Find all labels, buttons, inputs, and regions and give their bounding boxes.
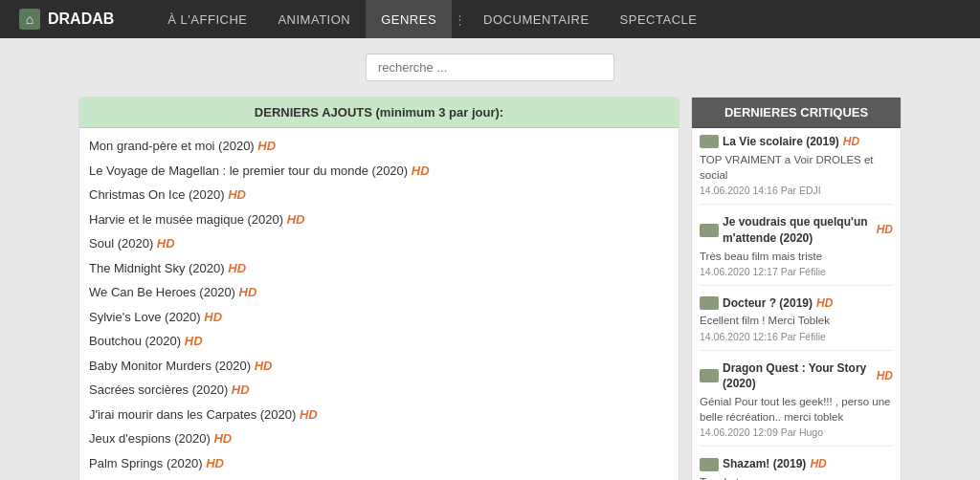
critique-list: La Vie scolaire (2019) HD TOP VRAIMENT a… xyxy=(692,128,901,480)
critique-item: Docteur ? (2019) HD Ecellent film ! Merc… xyxy=(700,295,893,351)
list-item[interactable]: Sacrées sorcières (2020) HD xyxy=(89,378,669,403)
hd-badge: HD xyxy=(157,236,175,251)
critique-title[interactable]: Shazam! (2019) HD xyxy=(700,456,893,472)
home-icon: ⌂ xyxy=(19,9,40,30)
critique-item: La Vie scolaire (2019) HD TOP VRAIMENT a… xyxy=(700,134,893,205)
brand-name: DRADAB xyxy=(48,11,114,28)
critique-title[interactable]: La Vie scolaire (2019) HD xyxy=(700,134,893,150)
film-thumbnail xyxy=(700,296,719,310)
hd-badge: HD xyxy=(239,285,257,299)
hd-badge: HD xyxy=(185,334,203,348)
nav-animation[interactable]: ANIMATION xyxy=(262,0,366,38)
hd-badge: HD xyxy=(287,212,305,227)
critique-title[interactable]: Dragon Quest : Your Story (2020) HD xyxy=(700,360,893,393)
list-item[interactable]: Heroic Losers (2020) HD xyxy=(89,475,669,480)
list-item[interactable]: Jeux d'espions (2020) HD xyxy=(89,426,669,451)
hd-badge: HD xyxy=(228,187,246,202)
list-item[interactable]: Mon grand-père et moi (2020) HD xyxy=(89,134,669,159)
list-item[interactable]: Le Voyage de Magellan : le premier tour … xyxy=(89,159,669,184)
hd-badge: HD xyxy=(255,359,273,373)
search-input[interactable] xyxy=(366,54,614,81)
content-area: DERNIERS AJOUTS (minimum 3 par jour): Mo… xyxy=(78,97,902,480)
list-item[interactable]: Palm Springs (2020) HD xyxy=(89,451,669,476)
nav-documentaire[interactable]: DOCUMENTAIRE xyxy=(468,0,604,38)
hd-badge: HD xyxy=(810,456,826,472)
critique-item: Je voudrais que quelqu'un m'attende (202… xyxy=(700,214,893,286)
search-bar xyxy=(78,54,902,81)
critique-text: Ecellent film ! Merci Toblek xyxy=(700,313,893,328)
hd-badge: HD xyxy=(204,310,222,324)
critique-item: Dragon Quest : Your Story (2020) HD Géni… xyxy=(700,360,893,447)
film-thumbnail xyxy=(700,369,719,382)
critique-title[interactable]: Je voudrais que quelqu'un m'attende (202… xyxy=(700,214,893,247)
list-item[interactable]: Soul (2020) HD xyxy=(89,231,669,256)
film-thumbnail xyxy=(700,135,719,148)
critique-title[interactable]: Docteur ? (2019) HD xyxy=(700,295,893,312)
hd-badge: HD xyxy=(232,382,250,397)
nav-genres[interactable]: GENRES xyxy=(366,0,452,38)
list-item[interactable]: The Midnight Sky (2020) HD xyxy=(89,256,669,281)
list-item[interactable]: J'irai mourir dans les Carpates (2020) H… xyxy=(89,403,669,427)
navbar: ⌂ DRADAB À L'AFFICHE ANIMATION GENRES ⋮ … xyxy=(0,0,980,38)
left-panel-header: DERNIERS AJOUTS (minimum 3 par jour): xyxy=(79,98,679,128)
list-item[interactable]: Boutchou (2020) HD xyxy=(89,329,669,354)
hd-badge: HD xyxy=(300,407,318,422)
list-item[interactable]: We Can Be Heroes (2020) HD xyxy=(89,280,669,305)
nav-separator: ⋮ xyxy=(452,12,468,27)
hd-badge: HD xyxy=(228,261,246,275)
hd-badge: HD xyxy=(843,134,859,150)
nav-links: À L'AFFICHE ANIMATION GENRES ⋮ DOCUMENTA… xyxy=(152,0,961,38)
brand[interactable]: ⌂ DRADAB xyxy=(19,9,114,30)
list-item[interactable]: Christmas On Ice (2020) HD xyxy=(89,183,669,207)
critique-text: Top du top xyxy=(700,474,893,480)
hd-badge: HD xyxy=(877,368,893,384)
hd-badge: HD xyxy=(877,222,893,238)
critique-text: Génial Pour tout les geek!!! , perso une… xyxy=(700,394,893,425)
hd-badge: HD xyxy=(257,139,276,153)
list-item[interactable]: Baby Monitor Murders (2020) HD xyxy=(89,354,669,379)
film-thumbnail xyxy=(700,224,719,237)
critique-meta: 14.06.2020 12:09 Par Hugo xyxy=(700,426,893,438)
list-item[interactable]: Sylvie's Love (2020) HD xyxy=(89,305,669,330)
nav-a-laffiche[interactable]: À L'AFFICHE xyxy=(152,0,262,38)
hd-badge: HD xyxy=(206,456,224,470)
right-panel: DERNIERES CRITIQUES La Vie scolaire (201… xyxy=(691,97,902,480)
right-panel-header: DERNIERES CRITIQUES xyxy=(692,98,901,128)
movie-list: Mon grand-père et moi (2020) HDLe Voyage… xyxy=(79,128,679,480)
critique-item: Shazam! (2019) HD Top du top 14.06.2020 … xyxy=(700,456,893,480)
critique-meta: 14.06.2020 12:16 Par Féfilie xyxy=(700,331,893,342)
left-panel: DERNIERS AJOUTS (minimum 3 par jour): Mo… xyxy=(78,97,679,480)
critique-meta: 14.06.2020 12:17 Par Féfilie xyxy=(700,266,893,277)
hd-badge: HD xyxy=(213,431,232,446)
list-item[interactable]: Harvie et le musée magique (2020) HD xyxy=(89,207,669,232)
hd-badge: HD xyxy=(816,295,833,312)
page-wrapper: DERNIERS AJOUTS (minimum 3 par jour): Mo… xyxy=(78,38,902,480)
critique-text: TOP VRAIMENT a Voir DROLES et social xyxy=(700,152,893,183)
critique-meta: 14.06.2020 14:16 Par EDJI xyxy=(700,185,893,196)
critique-text: Très beau film mais triste xyxy=(700,249,893,264)
film-thumbnail xyxy=(700,458,719,471)
nav-spectacle[interactable]: SPECTACLE xyxy=(605,0,713,38)
hd-badge: HD xyxy=(412,164,430,178)
